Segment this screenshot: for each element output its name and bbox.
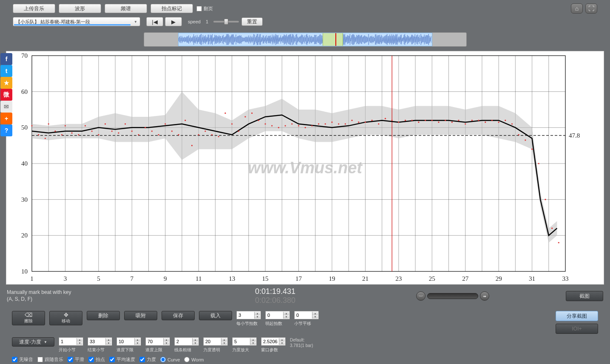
erase-button[interactable]: ⌫擦除 <box>12 311 45 325</box>
share-plus-icon[interactable]: + <box>0 113 12 124</box>
help-icon[interactable]: ? <box>0 124 12 136</box>
nojitter-check[interactable]: 无噪音 <box>12 356 33 363</box>
svg-point-116 <box>505 120 506 121</box>
worm-left-icon[interactable]: 〰 <box>416 291 426 301</box>
svg-text:15: 15 <box>262 275 269 282</box>
svg-point-104 <box>425 120 426 121</box>
svg-point-120 <box>531 149 533 150</box>
speed-hi-spin[interactable]: 70▲▼速度上限 <box>145 337 170 353</box>
screenshot-button[interactable]: 截图 <box>566 291 603 301</box>
svg-point-98 <box>385 118 386 119</box>
svg-point-77 <box>244 116 246 117</box>
start-bar-spin[interactable]: 1▲▼开始小节 <box>59 337 83 353</box>
end-bar-spin[interactable]: 33▲▼结束小节 <box>88 337 112 353</box>
delete-button[interactable]: 删除 <box>87 311 120 320</box>
bar-shift-spin[interactable]: 0▲▼小节平移 <box>294 311 319 327</box>
worm-radio[interactable]: Worm <box>184 357 204 362</box>
svg-point-60 <box>131 130 133 132</box>
move-button[interactable]: ✥移动 <box>49 311 82 325</box>
svg-point-93 <box>351 120 352 121</box>
waveform-overview[interactable] <box>144 32 467 47</box>
speed-slider[interactable] <box>213 21 239 23</box>
dynamics-check[interactable]: 力度 <box>139 356 156 363</box>
svg-text:7: 7 <box>131 275 134 282</box>
dyn-scale-spin[interactable]: 5▲▼力度放大 <box>232 337 257 353</box>
svg-text:21: 21 <box>362 275 369 282</box>
upload-button[interactable]: 上传音乐 <box>13 4 55 13</box>
svg-point-124 <box>558 242 559 243</box>
svg-point-102 <box>411 120 413 121</box>
svg-point-119 <box>525 139 526 141</box>
ioi-button[interactable]: IOI+ <box>556 324 598 334</box>
svg-point-49 <box>61 134 62 135</box>
window-spin[interactable]: 2.5206▲▼窗口参数 <box>261 337 286 353</box>
svg-point-108 <box>451 121 453 123</box>
svg-point-62 <box>145 127 146 128</box>
svg-point-88 <box>318 123 319 124</box>
svg-text:33: 33 <box>562 275 569 282</box>
svg-point-100 <box>398 121 399 123</box>
svg-point-74 <box>224 113 226 114</box>
svg-point-51 <box>71 132 73 133</box>
page-toggle[interactable]: 翻页 <box>196 6 213 12</box>
svg-point-84 <box>291 123 292 124</box>
dyn-alpha-spin[interactable]: 20▲▼力度透明 <box>203 337 228 353</box>
svg-point-87 <box>311 125 312 127</box>
mail-icon[interactable]: ✉ <box>0 101 12 113</box>
beatmark-button[interactable]: 拍点标记 <box>150 4 193 13</box>
share-screenshot-button[interactable]: 分享截图 <box>556 311 598 321</box>
curve-radio[interactable]: Curve <box>160 357 180 362</box>
svg-point-86 <box>305 127 306 128</box>
waveform-button[interactable]: 波形 <box>59 4 101 13</box>
rewind-button[interactable]: |◀ <box>146 17 163 26</box>
svg-point-95 <box>365 121 366 123</box>
save-button[interactable]: 保存 <box>162 311 195 320</box>
svg-text:17: 17 <box>295 275 302 282</box>
anacrusis-spin[interactable]: 0▲▼弱起拍数 <box>265 311 290 327</box>
svg-point-61 <box>138 134 139 135</box>
home-icon[interactable]: ⌂ <box>571 3 583 14</box>
svg-point-78 <box>251 113 253 114</box>
svg-text:27: 27 <box>462 275 469 282</box>
mode-select[interactable]: 速度-力度▼ <box>12 337 54 347</box>
svg-point-107 <box>445 120 446 121</box>
svg-text:30: 30 <box>21 196 28 203</box>
beats-per-bar-spin[interactable]: 3▲▼每小节拍数 <box>236 311 261 327</box>
play-button[interactable]: ▶ <box>165 17 182 26</box>
svg-point-63 <box>151 130 153 132</box>
line-width-spin[interactable]: 2▲▼线条粗细 <box>174 337 199 353</box>
fullscreen-icon[interactable]: ⛶ <box>585 3 597 14</box>
speed-label: speed <box>188 19 201 24</box>
spectrum-button[interactable]: 频谱 <box>105 4 147 13</box>
svg-text:9: 9 <box>164 275 167 282</box>
weibo-icon[interactable]: 微 <box>0 89 12 101</box>
svg-point-117 <box>511 123 513 124</box>
worm-slider[interactable] <box>427 293 478 299</box>
snap-button[interactable]: 吸附 <box>124 311 157 320</box>
avgspeed-check[interactable]: 平均速度 <box>109 356 135 363</box>
svg-point-103 <box>418 121 419 123</box>
svg-point-58 <box>118 132 119 133</box>
svg-text:3: 3 <box>64 275 67 282</box>
track-select[interactable]: 【小乐队】 姑苏春晓-邓建栋-第一段 <box>13 17 140 26</box>
svg-point-94 <box>358 121 359 123</box>
svg-point-111 <box>471 120 473 121</box>
reset-button[interactable]: 重置 <box>241 17 263 26</box>
svg-point-67 <box>178 134 179 135</box>
qzone-icon[interactable]: ★ <box>0 77 12 89</box>
waveform-selection <box>323 33 343 46</box>
svg-text:47.8: 47.8 <box>569 132 580 139</box>
twitter-icon[interactable]: t <box>0 65 12 77</box>
tempo-chart[interactable]: f t ★ 微 ✉ + ? 47.81357911131517192123252… <box>6 51 604 285</box>
speed-lo-spin[interactable]: 10▲▼速度下限 <box>116 337 141 353</box>
beats-check[interactable]: 拍点 <box>88 356 105 363</box>
load-button[interactable]: 载入 <box>199 311 232 320</box>
svg-point-85 <box>298 125 299 127</box>
follow-check[interactable]: 跟随音乐 <box>37 356 63 363</box>
svg-text:29: 29 <box>496 275 502 282</box>
svg-point-82 <box>278 127 279 128</box>
facebook-icon[interactable]: f <box>0 53 12 65</box>
svg-point-80 <box>264 123 266 124</box>
smooth-check[interactable]: 平滑 <box>68 356 84 363</box>
worm-right-icon[interactable]: ➠ <box>480 291 489 301</box>
